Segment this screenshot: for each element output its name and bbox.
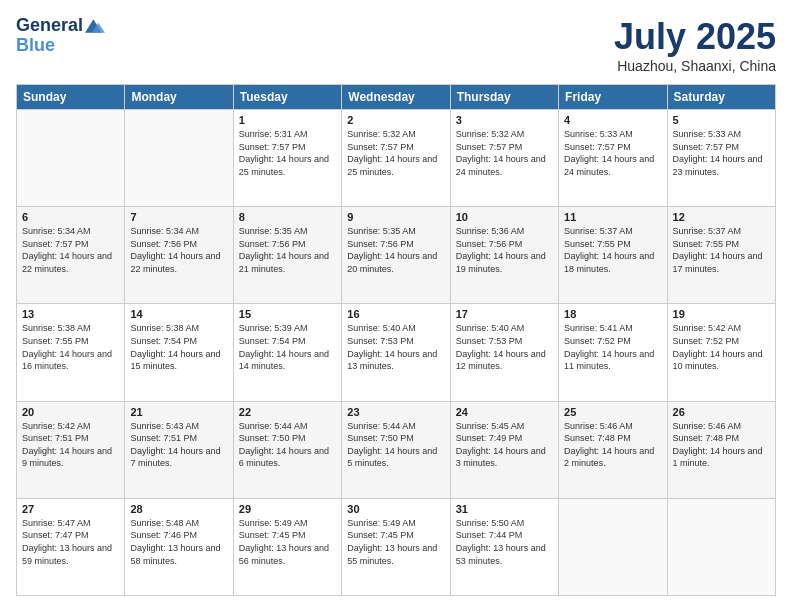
day-number: 19 [673,308,770,320]
day-info: Sunrise: 5:40 AM Sunset: 7:53 PM Dayligh… [347,322,444,372]
day-info: Sunrise: 5:46 AM Sunset: 7:48 PM Dayligh… [673,420,770,470]
day-info: Sunrise: 5:39 AM Sunset: 7:54 PM Dayligh… [239,322,336,372]
calendar-cell [667,498,775,595]
page: General Blue July 2025 Huazhou, Shaanxi,… [0,0,792,612]
day-number: 10 [456,211,553,223]
calendar-cell: 19Sunrise: 5:42 AM Sunset: 7:52 PM Dayli… [667,304,775,401]
day-info: Sunrise: 5:35 AM Sunset: 7:56 PM Dayligh… [239,225,336,275]
weekday-header-tuesday: Tuesday [233,85,341,110]
day-info: Sunrise: 5:33 AM Sunset: 7:57 PM Dayligh… [673,128,770,178]
calendar-cell: 14Sunrise: 5:38 AM Sunset: 7:54 PM Dayli… [125,304,233,401]
day-number: 6 [22,211,119,223]
day-number: 11 [564,211,661,223]
day-number: 28 [130,503,227,515]
calendar-week-row: 13Sunrise: 5:38 AM Sunset: 7:55 PM Dayli… [17,304,776,401]
calendar-cell: 7Sunrise: 5:34 AM Sunset: 7:56 PM Daylig… [125,207,233,304]
day-number: 13 [22,308,119,320]
day-info: Sunrise: 5:33 AM Sunset: 7:57 PM Dayligh… [564,128,661,178]
day-info: Sunrise: 5:46 AM Sunset: 7:48 PM Dayligh… [564,420,661,470]
day-info: Sunrise: 5:32 AM Sunset: 7:57 PM Dayligh… [347,128,444,178]
weekday-header-row: SundayMondayTuesdayWednesdayThursdayFrid… [17,85,776,110]
weekday-header-friday: Friday [559,85,667,110]
day-info: Sunrise: 5:32 AM Sunset: 7:57 PM Dayligh… [456,128,553,178]
day-number: 30 [347,503,444,515]
day-info: Sunrise: 5:42 AM Sunset: 7:52 PM Dayligh… [673,322,770,372]
calendar-cell: 23Sunrise: 5:44 AM Sunset: 7:50 PM Dayli… [342,401,450,498]
calendar-cell: 8Sunrise: 5:35 AM Sunset: 7:56 PM Daylig… [233,207,341,304]
calendar-cell: 29Sunrise: 5:49 AM Sunset: 7:45 PM Dayli… [233,498,341,595]
day-number: 9 [347,211,444,223]
day-info: Sunrise: 5:49 AM Sunset: 7:45 PM Dayligh… [347,517,444,567]
calendar-cell: 13Sunrise: 5:38 AM Sunset: 7:55 PM Dayli… [17,304,125,401]
day-info: Sunrise: 5:34 AM Sunset: 7:56 PM Dayligh… [130,225,227,275]
weekday-header-saturday: Saturday [667,85,775,110]
calendar-cell: 12Sunrise: 5:37 AM Sunset: 7:55 PM Dayli… [667,207,775,304]
day-number: 24 [456,406,553,418]
day-info: Sunrise: 5:36 AM Sunset: 7:56 PM Dayligh… [456,225,553,275]
day-info: Sunrise: 5:38 AM Sunset: 7:55 PM Dayligh… [22,322,119,372]
day-info: Sunrise: 5:47 AM Sunset: 7:47 PM Dayligh… [22,517,119,567]
day-info: Sunrise: 5:50 AM Sunset: 7:44 PM Dayligh… [456,517,553,567]
day-info: Sunrise: 5:31 AM Sunset: 7:57 PM Dayligh… [239,128,336,178]
day-info: Sunrise: 5:42 AM Sunset: 7:51 PM Dayligh… [22,420,119,470]
logo-text-general: General [16,16,83,36]
weekday-header-wednesday: Wednesday [342,85,450,110]
day-number: 21 [130,406,227,418]
day-number: 14 [130,308,227,320]
calendar-cell: 24Sunrise: 5:45 AM Sunset: 7:49 PM Dayli… [450,401,558,498]
calendar-cell: 6Sunrise: 5:34 AM Sunset: 7:57 PM Daylig… [17,207,125,304]
day-info: Sunrise: 5:38 AM Sunset: 7:54 PM Dayligh… [130,322,227,372]
calendar-week-row: 20Sunrise: 5:42 AM Sunset: 7:51 PM Dayli… [17,401,776,498]
calendar-cell: 2Sunrise: 5:32 AM Sunset: 7:57 PM Daylig… [342,110,450,207]
calendar-week-row: 6Sunrise: 5:34 AM Sunset: 7:57 PM Daylig… [17,207,776,304]
main-title: July 2025 [614,16,776,58]
day-number: 1 [239,114,336,126]
day-info: Sunrise: 5:43 AM Sunset: 7:51 PM Dayligh… [130,420,227,470]
day-info: Sunrise: 5:41 AM Sunset: 7:52 PM Dayligh… [564,322,661,372]
calendar-week-row: 27Sunrise: 5:47 AM Sunset: 7:47 PM Dayli… [17,498,776,595]
day-number: 2 [347,114,444,126]
calendar-cell: 26Sunrise: 5:46 AM Sunset: 7:48 PM Dayli… [667,401,775,498]
day-number: 12 [673,211,770,223]
day-info: Sunrise: 5:35 AM Sunset: 7:56 PM Dayligh… [347,225,444,275]
day-number: 4 [564,114,661,126]
calendar-cell: 17Sunrise: 5:40 AM Sunset: 7:53 PM Dayli… [450,304,558,401]
logo-icon [85,16,105,36]
calendar-cell: 25Sunrise: 5:46 AM Sunset: 7:48 PM Dayli… [559,401,667,498]
day-number: 26 [673,406,770,418]
calendar-cell: 31Sunrise: 5:50 AM Sunset: 7:44 PM Dayli… [450,498,558,595]
day-number: 15 [239,308,336,320]
calendar-week-row: 1Sunrise: 5:31 AM Sunset: 7:57 PM Daylig… [17,110,776,207]
calendar-cell: 21Sunrise: 5:43 AM Sunset: 7:51 PM Dayli… [125,401,233,498]
day-number: 17 [456,308,553,320]
day-number: 31 [456,503,553,515]
calendar-cell: 28Sunrise: 5:48 AM Sunset: 7:46 PM Dayli… [125,498,233,595]
day-number: 29 [239,503,336,515]
title-block: July 2025 Huazhou, Shaanxi, China [614,16,776,74]
day-number: 3 [456,114,553,126]
day-info: Sunrise: 5:37 AM Sunset: 7:55 PM Dayligh… [673,225,770,275]
calendar-cell [559,498,667,595]
day-info: Sunrise: 5:37 AM Sunset: 7:55 PM Dayligh… [564,225,661,275]
calendar-cell: 1Sunrise: 5:31 AM Sunset: 7:57 PM Daylig… [233,110,341,207]
calendar-cell: 11Sunrise: 5:37 AM Sunset: 7:55 PM Dayli… [559,207,667,304]
day-number: 27 [22,503,119,515]
calendar-cell: 4Sunrise: 5:33 AM Sunset: 7:57 PM Daylig… [559,110,667,207]
logo-text-blue: Blue [16,36,105,56]
day-info: Sunrise: 5:44 AM Sunset: 7:50 PM Dayligh… [239,420,336,470]
day-info: Sunrise: 5:49 AM Sunset: 7:45 PM Dayligh… [239,517,336,567]
calendar-cell [125,110,233,207]
calendar-cell: 16Sunrise: 5:40 AM Sunset: 7:53 PM Dayli… [342,304,450,401]
header: General Blue July 2025 Huazhou, Shaanxi,… [16,16,776,74]
day-number: 5 [673,114,770,126]
calendar-cell: 5Sunrise: 5:33 AM Sunset: 7:57 PM Daylig… [667,110,775,207]
calendar: SundayMondayTuesdayWednesdayThursdayFrid… [16,84,776,596]
calendar-cell: 9Sunrise: 5:35 AM Sunset: 7:56 PM Daylig… [342,207,450,304]
day-info: Sunrise: 5:40 AM Sunset: 7:53 PM Dayligh… [456,322,553,372]
calendar-cell: 30Sunrise: 5:49 AM Sunset: 7:45 PM Dayli… [342,498,450,595]
day-number: 22 [239,406,336,418]
sub-title: Huazhou, Shaanxi, China [614,58,776,74]
day-info: Sunrise: 5:44 AM Sunset: 7:50 PM Dayligh… [347,420,444,470]
weekday-header-thursday: Thursday [450,85,558,110]
calendar-cell [17,110,125,207]
